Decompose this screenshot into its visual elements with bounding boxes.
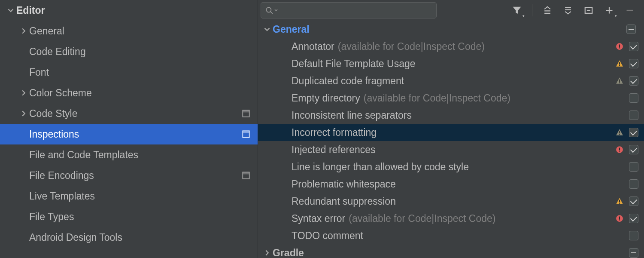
sidebar-item-color-scheme[interactable]: Color Scheme — [0, 83, 258, 103]
search-icon — [265, 6, 273, 14]
weak-warning-icon — [613, 129, 626, 136]
svg-rect-20 — [619, 148, 620, 150]
inspection-checkbox[interactable] — [629, 231, 638, 240]
sidebar-item-label: Color Scheme — [29, 87, 92, 99]
inspection-row[interactable]: Incorrect formatting — [258, 124, 644, 141]
chevron-down-icon: ▾ — [615, 14, 617, 18]
svg-rect-25 — [619, 217, 620, 219]
error-icon — [613, 215, 626, 222]
inspection-label: Incorrect formatting — [292, 127, 377, 138]
inspection-label: Injected references — [292, 144, 376, 156]
sidebar-item-inspections[interactable]: Inspections — [0, 124, 258, 144]
inspection-row[interactable]: Redundant suppression — [258, 193, 644, 210]
sidebar-root-editor[interactable]: Editor — [0, 0, 258, 21]
chevron-down-icon — [261, 26, 273, 32]
project-scope-icon — [242, 130, 250, 138]
group-checkbox[interactable] — [626, 25, 636, 34]
error-icon — [613, 146, 626, 154]
inspection-hint: (available for Code|Inspect Code) — [364, 92, 510, 104]
svg-rect-13 — [619, 62, 620, 65]
sidebar-item-label: Live Templates — [29, 190, 95, 202]
sidebar-item-label: Code Editing — [29, 46, 86, 58]
inspection-checkbox[interactable] — [629, 93, 638, 103]
sidebar-item-general[interactable]: General — [0, 21, 258, 41]
svg-rect-16 — [619, 82, 620, 83]
inspection-row[interactable]: Default File Template Usage — [258, 55, 644, 72]
sidebar-item-file-types[interactable]: File Types — [0, 206, 258, 227]
project-scope-icon — [242, 110, 250, 117]
inspection-checkbox[interactable] — [629, 111, 638, 120]
search-input[interactable] — [261, 2, 437, 18]
inspection-row[interactable]: Line is longer than allowed by code styl… — [258, 158, 644, 175]
svg-point-6 — [266, 7, 271, 12]
remove-button[interactable] — [623, 3, 637, 18]
sidebar-item-file-and-code-templates[interactable]: File and Code Templates — [0, 144, 258, 165]
inspection-checkbox[interactable] — [629, 42, 638, 51]
inspection-row[interactable]: Empty directory(available for Code|Inspe… — [258, 89, 644, 107]
sidebar-item-file-encodings[interactable]: File Encodings — [0, 165, 258, 186]
collapse-block-button[interactable] — [581, 3, 596, 18]
group-label: General — [273, 24, 310, 35]
chevron-right-icon — [18, 111, 29, 117]
svg-rect-22 — [619, 200, 620, 203]
inspection-checkbox[interactable] — [629, 197, 638, 206]
inspections-group-general[interactable]: General — [258, 21, 644, 38]
svg-rect-26 — [619, 219, 620, 220]
sidebar-item-code-editing[interactable]: Code Editing — [0, 41, 258, 62]
inspection-label: Line is longer than allowed by code styl… — [292, 161, 469, 173]
svg-rect-5 — [243, 172, 249, 174]
collapse-all-button[interactable] — [561, 3, 575, 18]
inspection-checkbox[interactable] — [629, 59, 638, 68]
warning-icon — [613, 197, 626, 205]
sidebar-item-label: Inspections — [29, 129, 79, 140]
expand-all-button[interactable] — [540, 3, 555, 18]
inspection-checkbox[interactable] — [629, 128, 638, 137]
svg-rect-18 — [619, 134, 620, 135]
inspection-checkbox[interactable] — [629, 145, 638, 154]
inspection-row[interactable]: Problematic whitespace — [258, 175, 644, 193]
inspection-checkbox[interactable] — [629, 214, 638, 223]
group-checkbox[interactable] — [629, 248, 638, 258]
inspection-label: Redundant suppression — [292, 196, 396, 207]
inspection-row[interactable]: Injected references — [258, 141, 644, 158]
sidebar-item-label: File Types — [29, 211, 74, 223]
sidebar-item-label: File Encodings — [29, 170, 94, 181]
svg-line-7 — [270, 12, 273, 14]
inspection-row[interactable]: Syntax error(available for Code|Inspect … — [258, 210, 644, 227]
svg-rect-11 — [619, 45, 620, 47]
inspection-label: Problematic whitespace — [292, 178, 396, 190]
search-dropdown-icon[interactable] — [274, 8, 278, 12]
inspection-label: Inconsistent line separators — [292, 110, 412, 121]
inspection-row[interactable]: Duplicated code fragment — [258, 72, 644, 89]
svg-rect-21 — [619, 150, 620, 151]
inspection-label: Syntax error — [292, 213, 345, 224]
chevron-down-icon — [5, 7, 16, 13]
sidebar-item-live-templates[interactable]: Live Templates — [0, 186, 258, 206]
sidebar-item-label: Code Style — [29, 108, 78, 120]
inspection-checkbox[interactable] — [629, 162, 638, 172]
sidebar-item-android-design-tools[interactable]: Android Design Tools — [0, 227, 258, 248]
inspections-panel: ▾ ▾ — [258, 0, 644, 258]
inspection-row[interactable]: TODO comment — [258, 227, 644, 244]
inspection-label: Empty directory — [292, 92, 360, 104]
inspection-row[interactable]: Annotator(available for Code|Inspect Cod… — [258, 38, 644, 55]
sidebar-item-font[interactable]: Font — [0, 62, 258, 83]
add-button[interactable]: ▾ — [602, 3, 617, 18]
toolbar-separator — [532, 4, 532, 16]
inspection-row[interactable]: Inconsistent line separators — [258, 107, 644, 124]
inspections-group-gradle[interactable]: Gradle — [258, 244, 644, 258]
settings-sidebar: Editor GeneralCode EditingFontColor Sche… — [0, 0, 258, 258]
inspection-checkbox[interactable] — [629, 179, 638, 189]
group-label: Gradle — [273, 247, 304, 258]
weak-warning-icon — [613, 77, 626, 85]
sidebar-item-code-style[interactable]: Code Style — [0, 103, 258, 124]
filter-button[interactable]: ▾ — [510, 3, 524, 18]
inspection-label: Default File Template Usage — [292, 58, 416, 70]
project-scope-icon — [242, 172, 250, 179]
inspection-label: Annotator — [292, 41, 334, 52]
svg-rect-1 — [243, 110, 249, 112]
svg-rect-15 — [619, 80, 620, 82]
inspections-tree: General Annotator(available for Code|Ins… — [258, 21, 644, 258]
inspection-checkbox[interactable] — [629, 76, 638, 86]
svg-rect-14 — [619, 65, 620, 66]
